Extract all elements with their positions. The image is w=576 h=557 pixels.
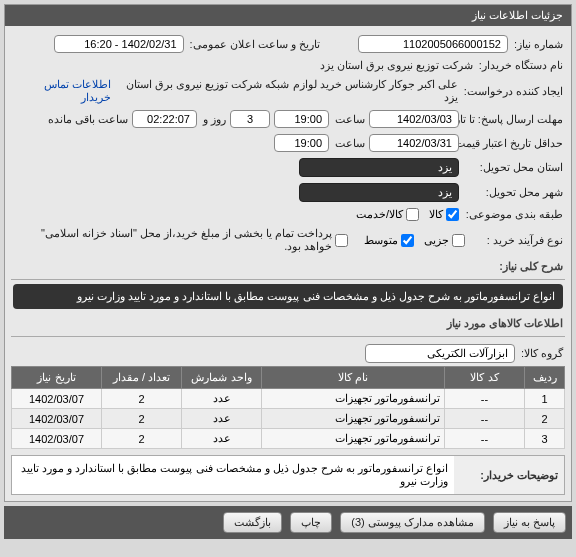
city-label: شهر محل تحویل: — [463, 186, 563, 199]
need-no-label: شماره نیاز: — [512, 38, 563, 51]
th-name: نام کالا — [262, 367, 445, 389]
city-value: یزد — [299, 183, 459, 202]
cb-medium-input[interactable] — [401, 234, 414, 247]
cell-qty: 2 — [102, 389, 182, 409]
price-valid-time: 19:00 — [274, 134, 329, 152]
cell-unit: عدد — [182, 409, 262, 429]
table-header-row: ردیف کد کالا نام کالا واحد شمارش تعداد /… — [12, 367, 565, 389]
cb-treasury-input[interactable] — [335, 234, 348, 247]
cb-small[interactable]: جزیی — [424, 234, 465, 247]
attachments-button[interactable]: مشاهده مدارک پیوستی (3) — [340, 512, 485, 533]
subject-class-label: طبقه بندی موضوعی: — [463, 208, 563, 221]
row-city: شهر محل تحویل: یزد — [11, 180, 565, 205]
deadline-time-label: ساعت — [333, 113, 365, 126]
button-bar: پاسخ به نیاز مشاهده مدارک پیوستی (3) چاپ… — [4, 506, 572, 539]
requester-label: ایجاد کننده درخواست: — [462, 85, 563, 98]
buyer-contact-link[interactable]: اطلاعات تماس خریدار — [13, 78, 111, 104]
buyer-notes-label: توضیحات خریدار: — [454, 456, 564, 494]
panel-body: شماره نیاز: 1102005066000152 تاریخ و ساع… — [5, 26, 571, 501]
cb-service-label: کالا/خدمت — [356, 208, 403, 221]
cell-code: -- — [445, 409, 525, 429]
cb-medium-label: متوسط — [364, 234, 398, 247]
cell-date: 1402/03/07 — [12, 389, 102, 409]
table-body: 1 -- ترانسفورماتور تجهیزات عدد 2 1402/03… — [12, 389, 565, 449]
cell-name: ترانسفورماتور تجهیزات — [262, 389, 445, 409]
th-unit: واحد شمارش — [182, 367, 262, 389]
province-value: یزد — [299, 158, 459, 177]
back-button[interactable]: بازگشت — [223, 512, 282, 533]
table-row: 1 -- ترانسفورماتور تجهیزات عدد 2 1402/03… — [12, 389, 565, 409]
cell-qty: 2 — [102, 429, 182, 449]
subject-class-group: کالا کالا/خدمت — [356, 208, 459, 221]
cell-row: 3 — [525, 429, 565, 449]
th-qty: تعداد / مقدار — [102, 367, 182, 389]
cb-goods-label: کالا — [429, 208, 443, 221]
buy-process-label: نوع فرآیند خرید : — [469, 234, 563, 247]
cb-service[interactable]: کالا/خدمت — [356, 208, 419, 221]
group-value: ابزارآلات الکتریکی — [365, 344, 515, 363]
cb-small-input[interactable] — [452, 234, 465, 247]
deadline-date: 1402/03/03 — [369, 110, 459, 128]
price-valid-time-label: ساعت — [333, 137, 365, 150]
cb-small-label: جزیی — [424, 234, 449, 247]
row-requester: ایجاد کننده درخواست: علی اکبر جوکار کارش… — [11, 75, 565, 107]
cell-unit: عدد — [182, 389, 262, 409]
cell-name: ترانسفورماتور تجهیزات — [262, 409, 445, 429]
th-row: ردیف — [525, 367, 565, 389]
remain-suffix: ساعت باقی مانده — [46, 113, 128, 126]
row-group: گروه کالا: ابزارآلات الکتریکی — [11, 341, 565, 366]
cb-goods-input[interactable] — [446, 208, 459, 221]
cell-date: 1402/03/07 — [12, 409, 102, 429]
buyer-notes-box: توضیحات خریدار: انواع ترانسفورماتور به ش… — [11, 455, 565, 495]
cell-code: -- — [445, 429, 525, 449]
row-need-no: شماره نیاز: 1102005066000152 تاریخ و ساع… — [11, 32, 565, 56]
items-info-title: اطلاعات کالاهای مورد نیاز — [11, 313, 565, 334]
general-desc-title: شرح کلی نیاز: — [11, 256, 565, 277]
cell-date: 1402/03/07 — [12, 429, 102, 449]
buyer-org-value: شرکت توزیع نیروی برق استان یزد — [320, 59, 473, 72]
divider — [11, 336, 565, 337]
row-price-valid: حداقل تاریخ اعتبار قیمت: تا تاریخ: 1402/… — [11, 131, 565, 155]
th-date: تاریخ نیاز — [12, 367, 102, 389]
buyer-notes-text: انواع ترانسفورماتور به شرح جدول ذیل و مش… — [12, 456, 454, 494]
remain-time: 02:22:07 — [132, 110, 197, 128]
panel-title: جزئیات اطلاعات نیاز — [5, 5, 571, 26]
buy-process-group: جزیی متوسط — [364, 234, 465, 247]
deadline-label: مهلت ارسال پاسخ: تا تاریخ: — [463, 113, 563, 126]
items-table: ردیف کد کالا نام کالا واحد شمارش تعداد /… — [11, 366, 565, 449]
table-row: 3 -- ترانسفورماتور تجهیزات عدد 2 1402/03… — [12, 429, 565, 449]
print-button[interactable]: چاپ — [290, 512, 332, 533]
divider — [11, 279, 565, 280]
details-panel: جزئیات اطلاعات نیاز شماره نیاز: 11020050… — [4, 4, 572, 502]
cb-service-input[interactable] — [406, 208, 419, 221]
requester-value: علی اکبر جوکار کارشناس خرید لوازم شبکه ش… — [115, 78, 457, 104]
deadline-time: 19:00 — [274, 110, 329, 128]
cb-medium-note: پرداخت تمام یا بخشی از مبلغ خرید،از محل … — [13, 227, 332, 253]
row-buyer-org: نام دستگاه خریدار: شرکت توزیع نیروی برق … — [11, 56, 565, 75]
row-province: استان محل تحویل: یزد — [11, 155, 565, 180]
table-row: 2 -- ترانسفورماتور تجهیزات عدد 2 1402/03… — [12, 409, 565, 429]
cb-goods[interactable]: کالا — [429, 208, 459, 221]
public-dt-value: 1402/02/31 - 16:20 — [54, 35, 184, 53]
price-valid-label: حداقل تاریخ اعتبار قیمت: تا تاریخ: — [463, 137, 563, 150]
cell-qty: 2 — [102, 409, 182, 429]
need-no-value: 1102005066000152 — [358, 35, 508, 53]
row-subject-class: طبقه بندی موضوعی: کالا کالا/خدمت — [11, 205, 565, 224]
group-label: گروه کالا: — [519, 347, 563, 360]
remain-days: 3 — [230, 110, 270, 128]
cell-row: 2 — [525, 409, 565, 429]
public-dt-label: تاریخ و ساعت اعلان عمومی: — [188, 38, 320, 51]
buyer-org-label: نام دستگاه خریدار: — [477, 59, 563, 72]
row-buy-process: نوع فرآیند خرید : جزیی متوسط پرداخت تمام… — [11, 224, 565, 256]
row-deadline: مهلت ارسال پاسخ: تا تاریخ: 1402/03/03 سا… — [11, 107, 565, 131]
cell-code: -- — [445, 389, 525, 409]
cb-medium-note-wrap[interactable]: پرداخت تمام یا بخشی از مبلغ خرید،از محل … — [13, 227, 348, 253]
price-valid-date: 1402/03/31 — [369, 134, 459, 152]
respond-button[interactable]: پاسخ به نیاز — [493, 512, 566, 533]
general-desc-box: انواع ترانسفورماتور به شرح جدول ذیل و مش… — [13, 284, 563, 309]
province-label: استان محل تحویل: — [463, 161, 563, 174]
day-and-word: روز و — [201, 113, 226, 126]
cell-name: ترانسفورماتور تجهیزات — [262, 429, 445, 449]
cb-medium[interactable]: متوسط — [364, 234, 414, 247]
cell-row: 1 — [525, 389, 565, 409]
